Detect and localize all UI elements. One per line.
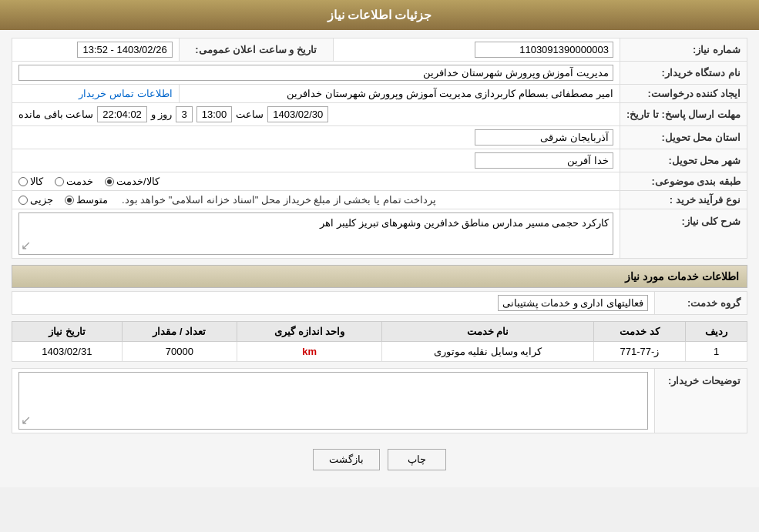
- table-row: 1 ز-77-771 کرایه وسایل نقلیه موتوری km 7…: [12, 342, 747, 362]
- radio-motawaset-label: متوسط: [76, 194, 108, 206]
- desc-textarea-wrapper[interactable]: [18, 372, 648, 430]
- mohlat-label: مهلت ارسال پاسخ: تا تاریخ:: [620, 103, 747, 126]
- row-unit: km: [237, 342, 382, 362]
- description-table: توضیحات خریدار:: [12, 368, 747, 433]
- tarikh-elan-input: 1403/02/26 - 13:52: [77, 42, 172, 58]
- tasnif-radio-group: کالا/خدمت خدمت کالا: [18, 176, 613, 187]
- services-title: اطلاعات خدمات مورد نیاز: [625, 270, 739, 283]
- radio-jozee-circle[interactable]: [18, 196, 28, 205]
- radio-kala-khadamat-circle[interactable]: [105, 177, 114, 186]
- row-kod: ز-77-771: [593, 342, 685, 362]
- roz-value: 3: [176, 106, 192, 122]
- noee-farayand-value: پرداخت تمام یا بخشی از مبلغ خریداز محل "…: [12, 191, 620, 209]
- noee-row-content: پرداخت تمام یا بخشی از مبلغ خریداز محل "…: [18, 194, 613, 206]
- nam-dastgah-row: نام دستگاه خریدار: مدیریت آموزش وپرورش ش…: [12, 62, 747, 85]
- mohlat-row: مهلت ارسال پاسخ: تا تاریخ: 1403/02/30 سا…: [12, 103, 747, 126]
- date-display: 1403/02/30: [267, 106, 328, 122]
- button-row: چاپ بازگشت: [12, 440, 747, 480]
- shahr-input: خدا آفرین: [475, 152, 613, 169]
- print-button[interactable]: چاپ: [388, 449, 446, 470]
- group-label: گروه خدمت:: [655, 292, 747, 315]
- services-table-header: ردیف کد خدمت نام خدمت واحد اندازه گیری ت…: [12, 322, 747, 342]
- tarikh-elan-value: 1403/02/26 - 13:52: [12, 38, 180, 62]
- ettelaat-tamas-link[interactable]: اطلاعات تماس خریدار: [79, 88, 172, 99]
- page-title: جزئیات اطلاعات نیاز: [327, 8, 432, 22]
- roz-label: روز و: [151, 109, 173, 120]
- col-kod: کد خدمت: [593, 322, 685, 342]
- col-name: نام خدمت: [382, 322, 593, 342]
- sharh-label: شرح کلی نیاز:: [620, 209, 747, 259]
- ijad-konande-text: امیر مصطفائی بسطام کاربردازی مدیریت آموز…: [287, 88, 613, 99]
- tasnif-label: طبقه بندی موضوعی:: [620, 172, 747, 191]
- tasnif-value: کالا/خدمت خدمت کالا: [12, 172, 620, 191]
- radio-kala-circle[interactable]: [18, 177, 28, 186]
- shomara-niaz-label: شماره نیاز:: [620, 38, 747, 62]
- nam-dastgah-label: نام دستگاه خریدار:: [620, 62, 747, 85]
- description-row: توضیحات خریدار:: [12, 369, 747, 433]
- group-row: گروه خدمت: فعالیتهای اداری و خدمات پشتیب…: [12, 292, 747, 315]
- tarikh-elan-label: تاریخ و ساعت اعلان عمومی:: [179, 38, 333, 62]
- row-tedad: 70000: [122, 342, 237, 362]
- shomara-niaz-row: شماره نیاز: 1103091390000003 تاریخ و ساع…: [12, 38, 747, 62]
- page-wrapper: جزئیات اطلاعات نیاز شماره نیاز: 11030913…: [0, 0, 759, 532]
- group-table: گروه خدمت: فعالیتهای اداری و خدمات پشتیب…: [12, 291, 747, 315]
- description-value: [12, 369, 655, 433]
- radio-kala-khadamat-label: کالا/خدمت: [116, 176, 160, 187]
- col-unit: واحد اندازه گیری: [237, 322, 382, 342]
- nam-dastgah-value: مدیریت آموزش وپرورش شهرستان خدافرین: [12, 62, 620, 85]
- noee-farayand-row: نوع فرآیند خرید : پرداخت تمام یا بخشی از…: [12, 191, 747, 209]
- sharh-textarea-wrapper: کارکرد حجمی مسیر مدارس مناطق خدافرین وشه…: [18, 212, 613, 255]
- back-button[interactable]: بازگشت: [313, 449, 380, 470]
- saet-baghi-label: ساعت باقی مانده: [18, 109, 93, 120]
- radio-kala-khadamat-item[interactable]: کالا/خدمت: [105, 176, 160, 187]
- ostan-value: آذربایجان شرقی: [12, 126, 620, 149]
- ettelaat-tamas-cell: اطلاعات تماس خریدار: [12, 85, 180, 103]
- desc-textarea[interactable]: [19, 373, 647, 427]
- ijad-konande-row: ایجاد کننده درخواست: امیر مصطفائی بسطام …: [12, 85, 747, 103]
- radio-khadamat-item[interactable]: خدمت: [55, 176, 93, 187]
- sharh-content: کارکرد حجمی مسیر مدارس مناطق خدافرین وشه…: [19, 213, 613, 233]
- description-label: توضیحات خریدار:: [655, 369, 747, 433]
- shahr-label: شهر محل تحویل:: [620, 149, 747, 172]
- noee-radio-group: متوسط جزیی: [18, 194, 108, 206]
- services-section-header: اطلاعات خدمات مورد نیاز: [12, 265, 747, 288]
- noee-farayand-label: نوع فرآیند خرید :: [620, 191, 747, 209]
- info-table: شماره نیاز: 1103091390000003 تاریخ و ساع…: [12, 38, 747, 259]
- main-content: شماره نیاز: 1103091390000003 تاریخ و ساع…: [0, 30, 759, 487]
- row-tarikh: 1403/02/31: [12, 342, 123, 362]
- radio-jozee-item[interactable]: جزیی: [18, 194, 53, 206]
- km-link[interactable]: km: [302, 346, 317, 357]
- shomara-niaz-value: 1103091390000003: [333, 38, 620, 62]
- radio-khadamat-circle[interactable]: [55, 177, 64, 186]
- ijad-konande-value: امیر مصطفائی بسطام کاربردازی مدیریت آموز…: [179, 85, 620, 103]
- group-value: فعالیتهای اداری و خدمات پشتیبانی: [12, 292, 655, 315]
- tasnif-row: طبقه بندی موضوعی: کالا/خدمت خدمت کالا: [12, 172, 747, 191]
- group-input: فعالیتهای اداری و خدمات پشتیبانی: [498, 295, 648, 311]
- shomara-niaz-input: 1103091390000003: [475, 42, 613, 58]
- date-time-row: 1403/02/30 ساعت 13:00 3 روز و 22:04:02 س…: [18, 106, 613, 122]
- radio-khadamat-label: خدمت: [66, 176, 93, 187]
- mohlat-value: 1403/02/30 ساعت 13:00 3 روز و 22:04:02 س…: [12, 103, 620, 126]
- services-table: ردیف کد خدمت نام خدمت واحد اندازه گیری ت…: [12, 321, 747, 362]
- saet-label: ساعت: [236, 109, 264, 120]
- noee-text: پرداخت تمام یا بخشی از مبلغ خریداز محل "…: [122, 194, 436, 206]
- saet-baghi-value: 22:04:02: [97, 106, 147, 122]
- saet-value: 13:00: [196, 106, 233, 122]
- row-radif: 1: [686, 342, 747, 362]
- radio-kala-item[interactable]: کالا: [18, 176, 43, 187]
- sharh-value: کارکرد حجمی مسیر مدارس مناطق خدافرین وشه…: [12, 209, 620, 259]
- col-radif: ردیف: [686, 322, 747, 342]
- radio-kala-label: کالا: [30, 176, 43, 187]
- ostan-row: استان محل تحویل: آذربایجان شرقی: [12, 126, 747, 149]
- radio-motawaset-circle[interactable]: [65, 196, 74, 205]
- ijad-konande-label: ایجاد کننده درخواست:: [620, 85, 747, 103]
- sharh-row: شرح کلی نیاز: کارکرد حجمی مسیر مدارس منا…: [12, 209, 747, 259]
- shahr-row: شهر محل تحویل: خدا آفرین: [12, 149, 747, 172]
- nam-dastgah-input: مدیریت آموزش وپرورش شهرستان خدافرین: [18, 65, 613, 81]
- col-tedad: تعداد / مقدار: [122, 322, 237, 342]
- shahr-value: خدا آفرین: [12, 149, 620, 172]
- ostan-label: استان محل تحویل:: [620, 126, 747, 149]
- radio-motawaset-item[interactable]: متوسط: [65, 194, 108, 206]
- col-tarikh: تاریخ نیاز: [12, 322, 123, 342]
- radio-jozee-label: جزیی: [30, 194, 53, 206]
